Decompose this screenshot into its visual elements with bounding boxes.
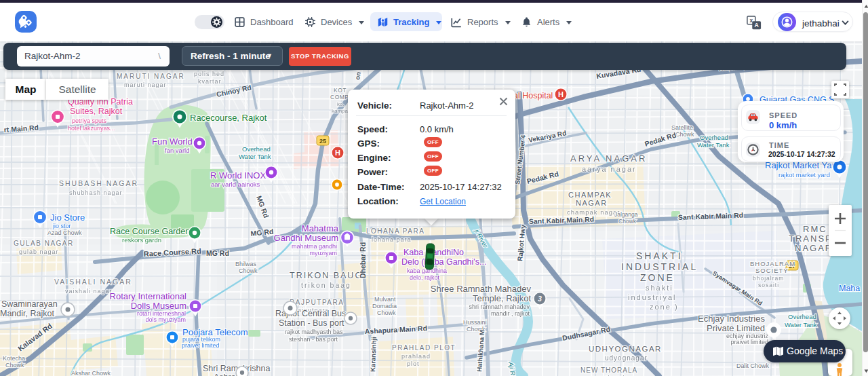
svg-text:PRAHLAD PLOT: PRAHLAD PLOT [392,344,456,352]
svg-text:prahlaad: prahlaad [401,353,431,360]
svg-text:plot: plot [407,360,420,367]
svg-text:Water Tank: Water Tank [239,153,271,160]
svg-text:shakti: shakti [646,284,673,292]
svg-text:H: H [558,90,564,98]
svg-text:Mahatma: Mahatma [302,223,339,233]
svg-text:Mandir, Rajkot: Mandir, Rajkot [0,309,54,318]
svg-text:petriya sputs: petriya sputs [72,117,107,124]
svg-text:Azad Chowk: Azad Chowk [47,229,82,236]
svg-text:Private Limited: Private Limited [707,323,765,333]
svg-text:ZONE: ZONE [640,272,675,283]
svg-text:lohana para: lohana para [372,236,412,243]
svg-text:UDHYOGNAGAR: UDHYOGNAGAR [589,345,662,353]
svg-text:VAISHALI NAGAR: VAISHALI NAGAR [54,278,132,286]
svg-text:gulab nagar: gulab nagar [19,248,59,255]
svg-text:aar varld aainoks: aar varld aainoks [211,181,260,188]
svg-text:shri ramnath mahadev: shri ramnath mahadev [469,303,530,310]
svg-text:myuziyam: myuziyam [309,250,337,257]
svg-text:A: A [755,22,760,29]
svg-text:Chowk: Chowk [239,267,258,274]
svg-text:NEW THORALA: NEW THORALA [580,366,637,374]
svg-text:GULAB NAGAR: GULAB NAGAR [14,240,74,247]
svg-text:Racecourse, Rajkot: Racecourse, Rajkot [190,113,267,123]
svg-text:Delo (Kaba Gandhi's...: Delo (Kaba Gandhi's... [401,257,486,267]
svg-text:aarya nagar: aarya nagar [582,165,637,173]
svg-text:bhojalram: bhojalram [753,275,784,282]
svg-text:Chowk: Chowk [618,218,637,225]
svg-text:NAGAR: NAGAR [576,199,608,207]
svg-text:industriyal: industriyal [628,293,677,301]
svg-text:Station - Bus port: Station - Bus port [279,318,344,328]
svg-text:mahatma gandhi: mahatma gandhi [292,243,337,250]
svg-text:Water Tank: Water Tank [785,321,817,328]
svg-text:al Hospital: al Hospital [513,91,553,100]
svg-text:Mulvant: Mulvant [374,296,396,303]
svg-text:Dalit Chowk: Dalit Chowk [736,362,770,369]
svg-text:Overhead: Overhead [700,134,728,141]
svg-text:Swaminarayan: Swaminarayan [1,299,58,309]
svg-text:jio stor: jio stor [52,223,71,229]
svg-text:Overhead: Overhead [788,313,816,320]
svg-text:kampa: kampa [332,108,349,114]
svg-text:praivet limited: praivet limited [182,342,220,349]
svg-text:Water Tank: Water Tank [697,141,730,149]
svg-text:shubhash nagar: shubhash nagar [69,189,123,196]
svg-text:Dolls Museum: Dolls Museum [131,301,186,311]
svg-text:CHAMPAK: CHAMPAK [568,191,612,199]
svg-text:mandir , rajkot: mandir , rajkot [491,310,530,317]
svg-text:Jalganga: Jalganga [614,211,638,218]
svg-text:MARUTI NAGAR: MARUTI NAGAR [117,73,185,80]
svg-text:maruti nagar: maruti nagar [124,81,167,88]
svg-text:SHUBASH NAGAR: SHUBASH NAGAR [59,179,138,187]
svg-text:rajkot market yard: rajkot market yard [778,171,830,178]
svg-text:25: 25 [319,138,326,145]
svg-text:Jio Store: Jio Store [50,212,85,223]
svg-text:trikon baag: trikon baag [301,281,351,289]
svg-text:Dhebar Rd: Dhebar Rd [359,242,367,278]
svg-text:Chowk: Chowk [377,309,396,316]
svg-text:steshan - bas port: steshan - bas port [289,336,338,343]
svg-text:reskors gardn: reskors gardn [122,236,161,244]
svg-text:Suites, Rajkot: Suites, Rajkot [70,107,123,116]
svg-text:sosaiti: sosaiti [758,282,779,288]
svg-text:delo, rajkot: delo, rajkot [410,274,440,281]
svg-text:rajkot madhyasth bas: rajkot madhyasth bas [285,328,343,335]
svg-text:Fun World: Fun World [152,136,193,147]
svg-text:RMC: RMC [803,224,827,234]
svg-text:kvartar: kvartar [198,78,222,85]
svg-text:INDUSTRIAL: INDUSTRIAL [621,261,698,272]
svg-text:Chowk: Chowk [675,131,694,138]
svg-text:MG Rd: MG Rd [206,249,229,257]
svg-text:Rotary International: Rotary International [110,291,187,301]
svg-text:Temple, Rajkot: Temple, Rajkot [473,293,531,303]
svg-text:Chowk: Chowk [5,362,24,369]
svg-text:polis hed: polis hed [194,71,224,77]
svg-text:vaishali nagar: vaishali nagar [65,288,113,295]
svg-text:udyognagar: udyognagar [605,354,648,362]
svg-text:ko.: ko. [337,101,344,107]
svg-text:Karansinhji: Karansinhji [369,337,378,372]
svg-text:Hussaini: Hussaini [463,319,487,326]
svg-text:Race Course Garden: Race Course Garden [110,227,190,236]
svg-text:RAJPUTPARA: RAJPUTPARA [290,299,344,306]
svg-text:Gandhi Museum: Gandhi Museum [274,233,338,243]
svg-text:H: H [335,149,340,157]
svg-text:SHAKTI: SHAKTI [636,250,683,261]
svg-text:zone ): zone ) [650,303,679,311]
svg-text:Satellite: Satellite [671,124,693,131]
svg-text:Overhead: Overhead [242,145,271,153]
svg-text:Domadia: Domadia [372,303,397,309]
svg-text:3: 3 [538,295,542,303]
svg-text:dols myuziyam: dols myuziyam [145,316,186,323]
svg-text:Shree Ramnath Mahadev: Shree Ramnath Mahadev [431,284,532,294]
svg-text:hotel lakzuriyas...: hotel lakzuriyas... [68,125,115,132]
svg-text:SOCIETY: SOCIETY [755,267,789,274]
svg-text:ARYA NAGAR: ARYA NAGAR [570,153,647,164]
svg-text:Maha: Maha [839,284,860,293]
svg-text:TRIKON BAUG: TRIKON BAUG [290,271,363,280]
svg-text:COMP: COMP [330,94,349,100]
svg-text:NAGAR: NAGAR [795,243,833,253]
svg-text:KOT: KOT [334,87,347,94]
svg-text:fan varld: fan varld [165,147,189,154]
svg-text:R World INOX: R World INOX [210,170,266,181]
